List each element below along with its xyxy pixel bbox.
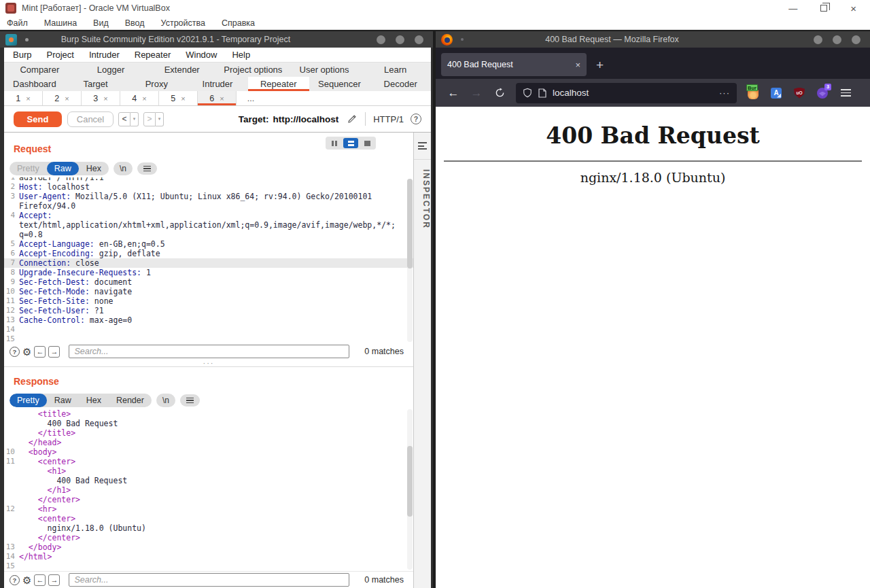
history-back-button[interactable]: < ▾: [118, 112, 139, 126]
search-settings-gear-icon[interactable]: ⚙: [22, 347, 31, 357]
url-text[interactable]: localhost: [553, 88, 589, 98]
tab-close-icon[interactable]: ×: [181, 94, 185, 103]
response-scrollbar[interactable]: [407, 409, 413, 570]
back-button[interactable]: ←: [445, 86, 462, 100]
search-next-button[interactable]: →: [48, 346, 60, 358]
request-editor[interactable]: 1adsfGET / HTTP/1.12Host: localhost3User…: [4, 177, 413, 343]
tab-sequencer[interactable]: Sequencer: [309, 77, 370, 92]
search-help-icon[interactable]: ?: [10, 575, 20, 585]
tab-comparer[interactable]: Comparer: [4, 63, 75, 77]
request-tab-pretty[interactable]: Pretty: [10, 162, 47, 175]
search-next-button[interactable]: →: [48, 574, 60, 586]
layout-columns-button[interactable]: [327, 138, 342, 148]
tab-close-icon[interactable]: ×: [575, 60, 580, 70]
response-editor[interactable]: <title> 400 Bad Request </title> </head>…: [4, 408, 413, 571]
panel-splitter-handle[interactable]: ···: [4, 360, 413, 366]
chevron-down-icon[interactable]: ▾: [156, 112, 164, 126]
http-version-label[interactable]: HTTP/1: [373, 114, 404, 124]
tab-user-options[interactable]: User options: [289, 63, 360, 77]
inspector-sidebar[interactable]: INSPECTOR: [413, 133, 431, 588]
burp-menu-burp[interactable]: Burp: [13, 50, 31, 60]
foxyproxy-icon[interactable]: Bur: [746, 86, 760, 100]
host-menu-устройства[interactable]: Устройства: [161, 18, 205, 28]
request-tab-hex[interactable]: Hex: [79, 162, 109, 175]
response-tab-hex[interactable]: Hex: [79, 394, 109, 407]
edit-target-pencil-icon[interactable]: [347, 114, 358, 124]
firefox-close-button[interactable]: [852, 35, 860, 44]
tab-close-icon[interactable]: ×: [142, 94, 146, 103]
request-newline-toggle[interactable]: \n: [114, 162, 133, 175]
url-bar[interactable]: localhost ···: [516, 83, 737, 103]
inspector-label[interactable]: INSPECTOR: [414, 169, 431, 229]
request-search-input[interactable]: [69, 345, 349, 358]
firefox-minimize-button[interactable]: [814, 35, 822, 44]
ublock-origin-icon[interactable]: uO: [793, 86, 806, 100]
response-tab-render[interactable]: Render: [109, 394, 152, 407]
forward-button[interactable]: →: [468, 86, 485, 100]
host-menu-справка[interactable]: Справка: [222, 18, 255, 28]
tab-dashboard[interactable]: Dashboard: [4, 77, 65, 92]
firefox-titlebar[interactable]: 400 Bad Request — Mozilla Firefox: [436, 31, 870, 48]
new-tab-button[interactable]: +: [596, 58, 604, 73]
host-menu-файл[interactable]: Файл: [7, 18, 28, 28]
repeater-tab-4[interactable]: 4×: [120, 91, 159, 105]
wappalyzer-icon[interactable]: 3: [816, 86, 829, 100]
close-button[interactable]: ×: [850, 3, 856, 14]
request-options-hamburger-icon[interactable]: [137, 162, 157, 175]
tab-intruder[interactable]: Intruder: [187, 77, 248, 92]
firefox-maximize-button[interactable]: [833, 35, 841, 44]
browser-tab[interactable]: 400 Bad Request ×: [441, 53, 587, 76]
host-menu-ввод[interactable]: Ввод: [125, 18, 145, 28]
translate-extension-icon[interactable]: A: [769, 86, 783, 100]
response-search-input[interactable]: [69, 573, 349, 587]
burp-menu-window[interactable]: Window: [186, 50, 217, 60]
tab-extender[interactable]: Extender: [146, 63, 218, 77]
host-menu-вид[interactable]: Вид: [93, 18, 109, 28]
response-tab-raw[interactable]: Raw: [47, 394, 79, 407]
response-newline-toggle[interactable]: \n: [156, 394, 175, 407]
tab-close-icon[interactable]: ×: [103, 94, 107, 103]
repeater-tab-5[interactable]: 5×: [159, 91, 198, 105]
repeater-tab-1[interactable]: 1×: [4, 91, 43, 105]
burp-minimize-button[interactable]: [377, 35, 385, 44]
search-prev-button[interactable]: ←: [34, 574, 46, 586]
history-forward-button[interactable]: > ▾: [143, 112, 164, 126]
repeater-tab-3[interactable]: 3×: [82, 91, 120, 105]
burp-close-button[interactable]: [415, 35, 423, 44]
burp-menu-project[interactable]: Project: [46, 50, 73, 60]
burp-menu-intruder[interactable]: Intruder: [89, 50, 120, 60]
tab-target[interactable]: Target: [65, 77, 126, 92]
page-actions-dots-icon[interactable]: ···: [719, 88, 730, 98]
burp-titlebar[interactable]: Burp Suite Community Edition v2021.9.1 -…: [0, 31, 433, 48]
tab-close-icon[interactable]: ×: [26, 94, 30, 103]
response-tab-pretty[interactable]: Pretty: [10, 394, 47, 407]
shield-icon[interactable]: [523, 88, 532, 98]
tab-close-icon[interactable]: ×: [220, 94, 224, 103]
repeater-tab-2[interactable]: 2×: [43, 91, 82, 105]
response-options-hamburger-icon[interactable]: [180, 394, 200, 407]
tab-repeater[interactable]: Repeater: [248, 77, 309, 92]
burp-maximize-button[interactable]: [396, 35, 404, 44]
host-menu-машина[interactable]: Машина: [44, 18, 77, 28]
cancel-button[interactable]: Cancel: [67, 111, 114, 127]
repeater-tab-more[interactable]: ...: [237, 91, 265, 105]
tab-close-icon[interactable]: ×: [65, 94, 69, 103]
burp-menu-repeater[interactable]: Repeater: [135, 50, 171, 60]
tab-logger[interactable]: Logger: [75, 63, 147, 77]
tab-proxy[interactable]: Proxy: [126, 77, 187, 92]
inspector-panel-icon[interactable]: [418, 141, 427, 152]
restore-button[interactable]: [820, 5, 827, 12]
search-prev-button[interactable]: ←: [34, 346, 46, 358]
tab-project-options[interactable]: Project options: [218, 63, 289, 77]
send-button[interactable]: Send: [14, 111, 62, 127]
menu-hamburger-icon[interactable]: [837, 89, 854, 97]
burp-menu-help[interactable]: Help: [232, 50, 250, 60]
tab-learn[interactable]: Learn: [360, 63, 431, 77]
request-scrollbar[interactable]: [407, 179, 413, 342]
request-tab-raw[interactable]: Raw: [47, 162, 79, 175]
chevron-down-icon[interactable]: ▾: [130, 112, 139, 126]
layout-rows-button[interactable]: [343, 138, 358, 148]
repeater-tab-6[interactable]: 6×: [198, 91, 237, 105]
layout-single-button[interactable]: [360, 138, 375, 148]
search-help-icon[interactable]: ?: [10, 347, 20, 357]
